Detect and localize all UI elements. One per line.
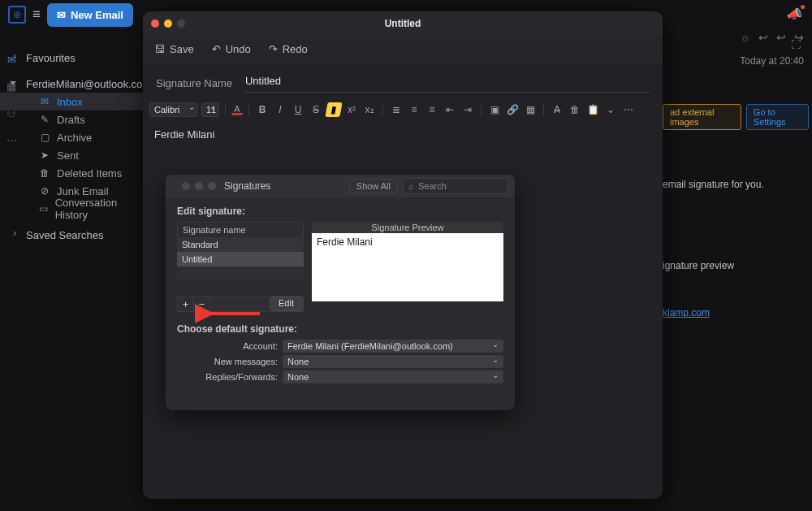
preview-header: Signature Preview [312,222,503,233]
trash-icon: 🗑 [39,167,50,179]
signature-name-label: Signature Name [156,77,232,89]
search-icon: ⌕ [408,181,414,191]
signature-body-text: Ferdie Milani [154,128,214,141]
add-signature-button[interactable]: + [178,297,194,311]
superscript-button[interactable]: x² [344,102,359,117]
sent-icon: ➤ [39,149,50,161]
prefs-search-input[interactable]: ⌕ Search [403,178,508,194]
folder-icon: ▭ [39,203,49,214]
indent-button[interactable]: ⇥ [460,102,475,117]
replies-forwards-select[interactable]: None [283,370,503,383]
italic-button[interactable]: I [273,102,287,117]
signature-name-field[interactable]: Untitled [245,73,650,93]
announcement-icon[interactable]: 📣 [787,6,802,21]
sidebar-item-inbox[interactable]: ✉Inbox [0,93,143,110]
sidebar-item-deleted[interactable]: 🗑Deleted Items [0,164,143,182]
sidebar-item-drafts[interactable]: ✎Drafts [0,110,143,128]
account-label: Account: [177,341,283,351]
strike-button[interactable]: S [309,102,323,117]
underline-button[interactable]: U [291,102,305,117]
save-button[interactable]: 🖫Save [154,43,194,55]
show-all-button[interactable]: Show All [349,179,398,193]
picture-button[interactable]: ▣ [487,102,502,117]
message-timestamp: Today at 20:40 [663,55,804,67]
new-messages-label: New messages: [177,357,283,366]
drafts-icon: ✎ [39,114,50,125]
undo-icon: ↶ [212,43,221,55]
signature-preview-panel: Signature Preview Ferdie Milani [312,222,503,312]
signature-row[interactable] [177,281,304,296]
redo-button[interactable]: ↷Redo [269,43,308,55]
hamburger-icon[interactable]: ≡ [32,6,41,23]
account-select[interactable]: Ferdie Milani (FerdieMilani@outlook.com) [283,340,503,353]
reply-icon[interactable]: ↩ [758,31,768,44]
font-color-button[interactable]: A [231,104,243,115]
undo-button[interactable]: ↶Undo [212,43,251,55]
minimize-icon [195,182,203,190]
junk-icon: ⊘ [39,185,50,197]
replies-forwards-label: Replies/Forwards: [177,372,283,382]
signature-name-column: Signature name [177,222,304,237]
archive-icon: ▢ [39,132,50,143]
prefs-traffic-lights[interactable] [182,182,216,190]
expand-icon[interactable]: ⛶ [791,39,801,50]
fontsize-select[interactable]: 11 [201,102,219,117]
sidebar-item-sent[interactable]: ➤Sent [0,146,143,164]
outdent-button[interactable]: ⇤ [443,102,457,117]
external-images-badge[interactable]: ad external images [663,104,741,130]
prefs-title: Signatures [224,180,270,192]
zoom-icon [208,182,216,190]
formatting-toolbar: Calibri 11 A B I U S ▮ x² x₂ ≣ ≡ ≡ ⇤ ⇥ ▣… [143,99,663,123]
saved-searches-section[interactable]: Saved Searches [0,226,143,244]
subscript-button[interactable]: x₂ [362,102,377,117]
close-icon [182,182,190,190]
message-pane-excerpt: ☼ ↩ ↩ ↪ Today at 20:40 ad external image… [663,31,809,318]
edit-signature-header: Edit signature: [177,206,503,217]
font-select[interactable]: Calibri [149,102,198,117]
chevron-down-icon[interactable]: ⌄ [603,102,618,117]
preview-body: Ferdie Milani [312,233,503,301]
choose-default-header: Choose default signature: [177,323,503,335]
body-excerpt-2: ignature preview [663,260,809,271]
body-excerpt-1: email signature for you. [663,179,809,190]
brightness-icon[interactable]: ☼ [740,31,750,44]
sidebar-item-archive[interactable]: ▢Archive [0,128,143,146]
link-button[interactable]: 🔗 [505,102,520,117]
body-link[interactable]: klamp.com [663,307,710,318]
bulleted-list-button[interactable]: ≣ [389,102,404,117]
inbox-icon: ✉ [39,96,50,107]
favourites-section[interactable]: Favourites [0,49,143,67]
table-button[interactable]: ▦ [523,102,538,117]
highlight-button[interactable]: ▮ [325,102,342,117]
save-icon: 🖫 [154,43,165,55]
clear-format-button[interactable]: A̶ [550,102,564,117]
numbered-list-button[interactable]: ≡ [407,102,421,117]
delete-button[interactable]: 🗑 [568,102,582,117]
replyall-icon[interactable]: ↩ [776,31,786,44]
overflow-button[interactable]: ⋯ [621,102,636,117]
redo-icon: ↷ [269,43,278,55]
sidebar-item-history[interactable]: ▭Conversation History [0,200,143,218]
window-title: Untitled [143,18,663,29]
paste-button[interactable]: 📋 [585,102,600,117]
new-email-button[interactable]: ✉ New Email [47,3,133,27]
signature-row[interactable] [177,266,304,281]
signature-row[interactable]: Untitled [177,252,304,266]
edit-signature-button[interactable]: Edit [270,297,303,311]
signature-row[interactable]: Standard [177,237,304,252]
go-to-settings-badge[interactable]: Go to Settings [746,104,809,130]
new-email-label: New Email [71,9,123,21]
bold-button[interactable]: B [255,102,270,117]
signature-list: Signature name Standard Untitled + − Edi… [177,222,304,312]
new-messages-select[interactable]: None [283,355,503,368]
align-button[interactable]: ≡ [425,102,439,117]
folder-sidebar: Favourites FerdieMilani@outlook.co ✉Inbo… [0,49,143,244]
app-logo-icon: ⊕ [8,6,26,24]
signatures-preferences-window: Signatures Show All ⌕ Search Edit signat… [166,175,515,410]
compose-icon: ✉ [57,9,66,21]
remove-signature-button[interactable]: − [194,297,210,311]
account-section[interactable]: FerdieMilani@outlook.co [0,75,143,93]
